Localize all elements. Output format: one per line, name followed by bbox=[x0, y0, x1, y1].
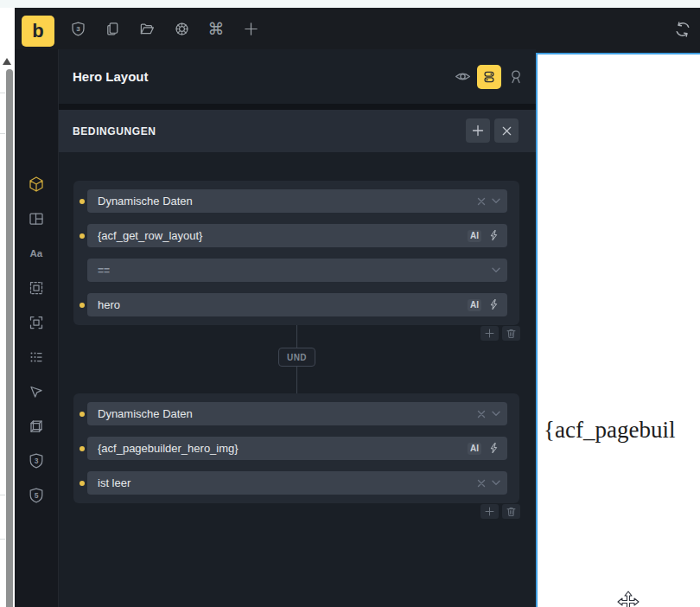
ai-badge[interactable]: AI bbox=[468, 230, 481, 242]
field-value: {acf_get_row_layout} bbox=[98, 229, 468, 242]
container-frame-icon[interactable] bbox=[15, 305, 58, 340]
condition-row: == bbox=[77, 259, 507, 282]
chevron-down-icon[interactable] bbox=[492, 411, 500, 417]
condition-row: {acf_pagebuilder_hero_img} AI bbox=[77, 437, 507, 460]
dynamic-data-bolt-icon[interactable] bbox=[487, 229, 500, 242]
svg-text:5: 5 bbox=[35, 491, 39, 500]
condition-operator-select[interactable]: == bbox=[87, 259, 507, 282]
add-condition-button[interactable] bbox=[480, 504, 499, 519]
scrollbar-up-arrow[interactable] bbox=[3, 58, 11, 65]
command-icon[interactable]: ⌘ bbox=[203, 16, 229, 42]
field-value: hero bbox=[98, 298, 468, 311]
layout-columns-icon[interactable] bbox=[15, 201, 58, 236]
field-value: {acf_pagebuilder_hero_img} bbox=[98, 442, 468, 455]
ai-badge[interactable]: AI bbox=[468, 443, 481, 455]
conditions-toggle-icon[interactable] bbox=[477, 65, 501, 89]
ruler-tick bbox=[0, 93, 5, 93]
page-scrollbar-track bbox=[0, 8, 15, 607]
dynamic-data-text-element[interactable]: {acf_pagebuil bbox=[544, 417, 675, 444]
close-conditions-button[interactable] bbox=[494, 118, 519, 143]
delete-group-trash-icon[interactable] bbox=[502, 326, 520, 341]
bricks-logo-button[interactable]: b bbox=[22, 16, 54, 47]
conditions-body: Dynamische Daten {acf_get_row_layout} AI bbox=[59, 152, 536, 607]
conditions-title: BEDINGUNGEN bbox=[73, 110, 156, 152]
modified-indicator-dot bbox=[80, 303, 85, 308]
add-condition-button[interactable] bbox=[480, 326, 499, 341]
chevron-down-icon[interactable] bbox=[492, 198, 500, 204]
condition-key-input[interactable]: {acf_get_row_layout} AI bbox=[87, 224, 507, 247]
svg-text:3: 3 bbox=[76, 24, 80, 32]
pages-icon[interactable] bbox=[99, 16, 125, 42]
field-value: == bbox=[98, 265, 492, 277]
folder-open-icon[interactable] bbox=[134, 16, 160, 42]
conditions-header-bar: BEDINGUNGEN bbox=[59, 110, 536, 152]
eye-icon[interactable] bbox=[451, 65, 474, 89]
field-value: ist leer bbox=[98, 476, 477, 489]
settings-gear-icon[interactable] bbox=[169, 16, 194, 42]
selection-dashed-icon[interactable] bbox=[15, 271, 58, 305]
delete-group-trash-icon[interactable] bbox=[502, 504, 520, 519]
structure-dots-icon[interactable] bbox=[15, 340, 58, 374]
field-value: Dynamische Daten bbox=[98, 407, 477, 420]
builder-sidebar: Aa bbox=[15, 49, 59, 607]
chevron-down-icon[interactable] bbox=[492, 480, 500, 486]
modified-indicator-dot bbox=[80, 199, 85, 204]
condition-value-input[interactable]: hero AI bbox=[87, 293, 507, 316]
html5-shield-icon[interactable]: 5 bbox=[15, 478, 58, 513]
add-icon[interactable] bbox=[238, 16, 264, 42]
refresh-icon[interactable] bbox=[670, 16, 696, 42]
scrollbar-thumb[interactable] bbox=[6, 69, 13, 607]
and-operator-badge[interactable]: UND bbox=[278, 348, 315, 367]
condition-type-select[interactable]: Dynamische Daten bbox=[87, 189, 507, 213]
element-title: Hero Layout bbox=[73, 49, 149, 104]
browser-top-strip bbox=[0, 0, 700, 8]
shield-badge-icon[interactable]: 3 bbox=[65, 16, 91, 42]
panel-separator bbox=[59, 104, 536, 110]
clear-icon[interactable] bbox=[477, 479, 486, 488]
condition-type-select[interactable]: Dynamische Daten bbox=[87, 402, 507, 425]
panel-header: Hero Layout bbox=[59, 49, 536, 104]
modified-indicator-dot bbox=[80, 233, 85, 239]
typography-icon[interactable]: Aa bbox=[15, 236, 58, 271]
condition-row: Dynamische Daten bbox=[77, 189, 507, 213]
modified-indicator-dot bbox=[80, 412, 85, 417]
condition-row: {acf_get_row_layout} AI bbox=[77, 224, 507, 247]
ruler-tick bbox=[0, 133, 5, 134]
canvas[interactable]: {acf_pagebuil bbox=[536, 53, 700, 607]
elements-cube-icon[interactable] bbox=[15, 167, 58, 201]
interactions-person-icon[interactable] bbox=[505, 65, 527, 89]
condition-key-input[interactable]: {acf_pagebuilder_hero_img} AI bbox=[87, 437, 507, 460]
svg-text:3: 3 bbox=[35, 457, 39, 465]
condition-row: hero AI bbox=[77, 293, 507, 316]
modified-indicator-dot bbox=[80, 446, 85, 451]
dynamic-data-bolt-icon[interactable] bbox=[487, 298, 500, 311]
move-cursor-icon bbox=[617, 591, 640, 607]
box-3d-icon[interactable] bbox=[15, 409, 58, 444]
condition-row: Dynamische Daten bbox=[77, 402, 507, 425]
dynamic-data-bolt-icon[interactable] bbox=[487, 442, 500, 455]
clear-icon[interactable] bbox=[477, 197, 486, 206]
svg-text:Aa: Aa bbox=[30, 248, 43, 259]
condition-group: Dynamische Daten {acf_get_row_layout} AI bbox=[73, 181, 519, 325]
condition-row: ist leer bbox=[77, 471, 507, 495]
css3-shield-icon[interactable]: 3 bbox=[15, 444, 58, 478]
cursor-arrow-icon[interactable] bbox=[15, 374, 58, 409]
builder-toolbar: b 3 ⌘ bbox=[15, 8, 700, 49]
condition-group: Dynamische Daten {acf_pagebuilder_hero_i… bbox=[73, 393, 519, 503]
element-settings-panel: Hero Layout bbox=[59, 49, 536, 607]
field-value: Dynamische Daten bbox=[98, 195, 477, 208]
clear-icon[interactable] bbox=[477, 410, 486, 419]
modified-indicator-dot bbox=[80, 481, 85, 486]
ai-badge[interactable]: AI bbox=[468, 299, 481, 311]
condition-operator-select[interactable]: ist leer bbox=[87, 471, 507, 495]
ruler-tick bbox=[0, 539, 5, 540]
add-condition-group-button[interactable] bbox=[466, 118, 490, 143]
chevron-down-icon[interactable] bbox=[492, 267, 500, 273]
ruler-tick bbox=[0, 495, 5, 495]
